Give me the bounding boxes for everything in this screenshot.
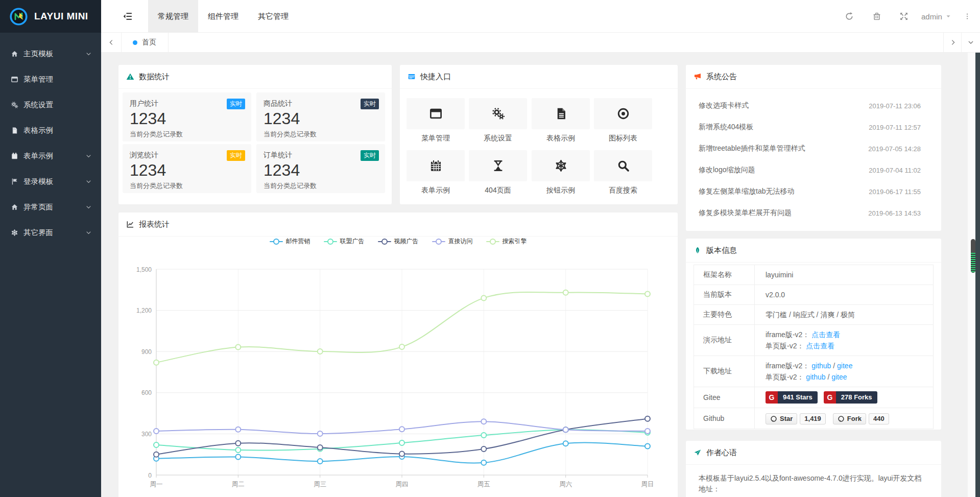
version-value: Star1,419Fork440 bbox=[755, 408, 934, 429]
github-count: 1,419 bbox=[800, 413, 826, 424]
tab-scroll-right-icon[interactable] bbox=[943, 33, 962, 52]
quick-entry-box bbox=[532, 150, 590, 181]
sidebar-item-label: 其它界面 bbox=[23, 228, 85, 238]
sidebar-toggle-icon[interactable] bbox=[123, 11, 133, 21]
quick-entry-6[interactable]: 404页面 bbox=[469, 150, 527, 195]
legend-marker bbox=[378, 239, 391, 245]
stat-panel-1: 用户统计实时1234当前分类总记录数 bbox=[123, 92, 251, 141]
quick-entry-3[interactable]: 表格示例 bbox=[532, 98, 590, 143]
fullscreen-icon[interactable] bbox=[899, 12, 909, 21]
sidebar-item-4[interactable]: 表格示例 bbox=[0, 117, 101, 143]
legend-item-视频广告[interactable]: 视频广告 bbox=[378, 237, 419, 246]
quick-entry-4[interactable]: 图标列表 bbox=[594, 98, 652, 143]
link-点击查看[interactable]: 点击查看 bbox=[806, 342, 834, 350]
caret-down-icon bbox=[945, 13, 951, 19]
legend-marker bbox=[270, 239, 283, 245]
version-label: Github bbox=[694, 408, 755, 429]
chart-legend: 邮件营销联盟广告视频广告直接访问搜索引擎 bbox=[118, 237, 678, 246]
version-row: 主要特色零门槛 / 响应式 / 清爽 / 极简 bbox=[694, 305, 934, 325]
legend-item-直接访问[interactable]: 直接访问 bbox=[432, 237, 473, 246]
version-value: iframe版-v2： 点击查看单页版-v2： 点击查看 bbox=[755, 325, 934, 356]
header-tab-1[interactable]: 常规管理 bbox=[148, 0, 198, 33]
svg-text:周三: 周三 bbox=[314, 481, 326, 488]
notice-card: 系统公告 修改选项卡样式2019-07-11 23:06新增系统404模板201… bbox=[686, 65, 941, 231]
sidebar-item-label: 主页模板 bbox=[23, 49, 85, 59]
logo[interactable]: LAYUI MINI bbox=[0, 0, 101, 33]
chart-line-icon bbox=[126, 220, 134, 228]
sidebar-item-8[interactable]: 其它界面 bbox=[0, 220, 101, 245]
svg-text:周五: 周五 bbox=[477, 481, 490, 488]
logo-title: LAYUI MINI bbox=[34, 11, 88, 22]
chevron-down-icon bbox=[85, 178, 92, 185]
gears-icon bbox=[11, 101, 18, 109]
sidebar-item-label: 系统设置 bbox=[23, 100, 92, 110]
tab-scroll-left-icon[interactable] bbox=[101, 33, 122, 52]
circle-dot-icon bbox=[616, 107, 630, 121]
sidebar-item-6[interactable]: 登录模板 bbox=[0, 169, 101, 194]
sidebar-item-2[interactable]: 菜单管理 bbox=[0, 66, 101, 92]
sidebar-item-3[interactable]: 系统设置 bbox=[0, 92, 101, 117]
chevron-down-icon bbox=[85, 229, 92, 236]
scrollbar-thumb[interactable] bbox=[971, 239, 975, 273]
svg-text:周一: 周一 bbox=[150, 481, 163, 488]
quick-entry-card: 快捷入口 菜单管理系统设置表格示例图标列表表单示例404页面按钮示例百度搜索 bbox=[400, 65, 678, 204]
gitee-badge[interactable]: G941 Stars bbox=[766, 391, 818, 404]
notice-date: 2019-06-13 14:53 bbox=[868, 209, 921, 217]
gitee-badge-text: 278 Forks bbox=[836, 391, 877, 404]
quick-entry-box bbox=[407, 150, 465, 181]
user-menu[interactable]: admin bbox=[921, 0, 951, 33]
header-tab-2[interactable]: 组件管理 bbox=[198, 0, 248, 33]
link-github[interactable]: github bbox=[806, 373, 825, 381]
quick-entry-2[interactable]: 系统设置 bbox=[469, 98, 527, 143]
tab-home-label: 首页 bbox=[142, 38, 156, 47]
quick-entry-1[interactable]: 菜单管理 bbox=[407, 98, 465, 143]
version-label: 当前版本 bbox=[694, 285, 755, 305]
quick-entry-8[interactable]: 百度搜索 bbox=[594, 150, 652, 195]
stat-caption: 当前分类总记录数 bbox=[264, 130, 378, 139]
author-card: 作者心语 本模板基于layui2.5.4以及font-awesome-4.7.0… bbox=[686, 441, 941, 497]
link-gitee[interactable]: gitee bbox=[831, 373, 847, 381]
tab-options-dropdown-icon[interactable] bbox=[961, 33, 980, 52]
notice-date: 2019-07-11 23:06 bbox=[869, 102, 921, 110]
legend-marker bbox=[432, 239, 445, 245]
quick-entry-label: 按钮示例 bbox=[532, 186, 590, 195]
report-card-header: 报表统计 bbox=[118, 212, 678, 236]
notice-text: 修改logo缩放问题 bbox=[699, 165, 755, 175]
link-点击查看[interactable]: 点击查看 bbox=[811, 330, 840, 339]
notice-card-title: 系统公告 bbox=[706, 72, 737, 82]
chevron-down-icon bbox=[85, 153, 92, 159]
quick-entry-7[interactable]: 按钮示例 bbox=[532, 150, 590, 195]
gitee-badge-text: 941 Stars bbox=[778, 391, 818, 404]
link-github[interactable]: github bbox=[811, 362, 831, 370]
header-tab-3[interactable]: 其它管理 bbox=[248, 0, 298, 33]
stat-panel-3: 浏览统计实时1234当前分类总记录数 bbox=[123, 144, 251, 193]
legend-item-搜索引擎[interactable]: 搜索引擎 bbox=[486, 237, 527, 246]
notice-text: 新增系统404模板 bbox=[699, 123, 753, 132]
notice-item: 修改logo缩放问题2019-07-04 11:02 bbox=[686, 159, 941, 181]
svg-text:900: 900 bbox=[141, 348, 152, 356]
svg-text:600: 600 bbox=[141, 389, 152, 396]
gitee-badge[interactable]: G278 Forks bbox=[824, 391, 877, 404]
sidebar-item-1[interactable]: 主页模板 bbox=[0, 41, 101, 66]
github-star-button[interactable]: Star1,419 bbox=[766, 413, 826, 424]
sidebar-item-5[interactable]: 表单示例 bbox=[0, 143, 101, 169]
window-icon bbox=[429, 107, 443, 121]
notice-list: 修改选项卡样式2019-07-11 23:06新增系统404模板2019-07-… bbox=[686, 95, 941, 224]
document-icon bbox=[554, 107, 568, 121]
refresh-icon[interactable] bbox=[845, 12, 854, 21]
notice-card-header: 系统公告 bbox=[686, 65, 941, 89]
scrollbar-track[interactable] bbox=[968, 53, 975, 497]
legend-item-邮件营销[interactable]: 邮件营销 bbox=[270, 237, 310, 246]
link-gitee[interactable]: gitee bbox=[837, 362, 852, 370]
more-menu-icon[interactable] bbox=[964, 12, 971, 21]
sidebar-item-7[interactable]: 异常页面 bbox=[0, 194, 101, 220]
notice-text: 修改选项卡样式 bbox=[699, 101, 749, 110]
gears-icon bbox=[491, 107, 505, 121]
github-fork-button[interactable]: Fork440 bbox=[833, 413, 889, 424]
tab-home[interactable]: 首页 bbox=[121, 33, 169, 52]
quick-entry-5[interactable]: 表单示例 bbox=[407, 150, 465, 195]
version-card-title: 版本信息 bbox=[706, 246, 737, 255]
legend-item-联盟广告[interactable]: 联盟广告 bbox=[324, 237, 365, 246]
trash-icon[interactable] bbox=[872, 12, 881, 21]
svg-text:周日: 周日 bbox=[641, 481, 654, 488]
